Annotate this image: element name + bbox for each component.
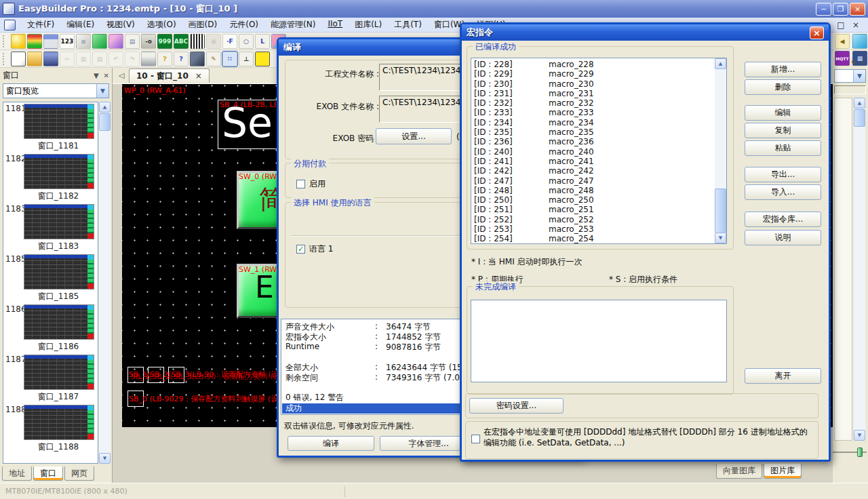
macro-password-button[interactable]: 密码设置... [469, 398, 564, 414]
minimize-button[interactable]: ─ [816, 3, 831, 16]
macro-list-row[interactable]: [ID : 235]macro_235 [471, 127, 715, 137]
macro-help-button[interactable]: 说明 [745, 230, 821, 245]
scroll-thumb[interactable] [854, 109, 865, 127]
panel-close-icon[interactable]: ✕ [860, 60, 865, 66]
save-project-icon[interactable] [43, 52, 58, 66]
slider-knob[interactable] [857, 447, 863, 457]
video-icon[interactable] [852, 34, 867, 49]
mdi-close-button[interactable]: × [850, 20, 861, 30]
menu-item[interactable]: 画图(D) [182, 18, 224, 32]
macro-list-row[interactable]: [ID : 236]macro_236 [471, 137, 715, 146]
window-list-item[interactable]: 1185窗口_1185 [3, 253, 98, 303]
macro-list-row[interactable]: [ID : 253]macro_253 [471, 224, 715, 234]
open-project-icon[interactable] [27, 52, 42, 66]
macro-list-row[interactable]: [ID : 228]macro_228 [471, 60, 715, 69]
toolbar-grip[interactable] [3, 35, 7, 47]
numeric-display-icon[interactable]: 999 [157, 34, 172, 49]
macro-list-row[interactable]: [ID : 229]macro_229 [471, 69, 715, 79]
macro-list-row[interactable]: [ID : 233]macro_233 [471, 108, 715, 117]
macro-list[interactable]: [ID : 228]macro_228[ID : 229]macro_229[I… [471, 58, 727, 244]
find-object-icon[interactable] [190, 52, 205, 66]
menu-item[interactable]: IIoT [321, 18, 349, 32]
macro-list-row[interactable]: [ID : 231]macro_231 [471, 89, 715, 98]
scroll-down-icon[interactable]: ▼ [715, 233, 726, 243]
macro-library-button[interactable]: 宏指令库... [745, 212, 821, 227]
password-set-button[interactable]: 设置... [376, 128, 452, 144]
pending-list[interactable] [471, 300, 727, 382]
align-object-icon[interactable]: ⊥ [239, 52, 254, 66]
rectangle-tool-icon[interactable] [255, 52, 270, 66]
macro-paste-button[interactable]: 粘贴 [745, 140, 821, 156]
scroll-thumb[interactable] [715, 188, 726, 233]
tab-scroll-left-icon[interactable]: ◁ [116, 70, 127, 81]
macro-list-row[interactable]: [ID : 232]macro_232 [471, 98, 715, 108]
window-list-item[interactable]: 1186窗口_1186 [3, 303, 98, 353]
scroll-up-icon[interactable]: ▲ [854, 98, 865, 108]
about-help-icon[interactable]: ? [157, 52, 172, 66]
print-icon[interactable] [141, 52, 156, 66]
layers-icon[interactable]: ≡ [76, 34, 91, 49]
compile-button[interactable]: 编译 [288, 436, 374, 451]
macro-new-button[interactable]: 新增... [745, 62, 821, 77]
macro-list-scrollbar[interactable]: ▲ ▼ [715, 58, 726, 243]
scroll-down-icon[interactable]: ▼ [854, 430, 865, 441]
macro-exit-button[interactable]: 离开 [745, 368, 821, 384]
macro-import-button[interactable]: 导入... [745, 184, 821, 200]
function-key-icon[interactable]: ·F [222, 34, 237, 49]
address-format-checkbox[interactable] [471, 435, 480, 443]
menu-item[interactable]: 元件(O) [223, 18, 264, 32]
draw-pen-icon[interactable]: ✎ [206, 52, 221, 66]
macro-list-row[interactable]: [ID : 242]macro_242 [471, 166, 715, 176]
panel-close-icon[interactable]: ✕ [104, 72, 109, 79]
window-list-item[interactable]: 1182窗口_1182 [3, 153, 98, 203]
scroll-thumb[interactable] [99, 113, 111, 131]
sound-icon[interactable]: ◀ [835, 34, 850, 49]
menu-item[interactable]: 工具(T) [388, 18, 428, 32]
macro-list-row[interactable]: [ID : 251]macro_251 [471, 205, 715, 214]
menu-item[interactable]: 图库(L) [349, 18, 388, 32]
menu-item[interactable]: 视图(V) [100, 18, 141, 32]
switch-object-icon[interactable]: -o [141, 34, 156, 49]
panel-menu-icon[interactable]: ▼ [94, 72, 99, 79]
library-scrollbar[interactable]: ▲ ▼ [854, 98, 865, 441]
chevron-down-icon[interactable]: ▼ [96, 84, 108, 98]
scroll-up-icon[interactable]: ▲ [715, 58, 726, 69]
macro-list-row[interactable]: [ID : 234]macro_234 [471, 118, 715, 127]
scroll-up-icon[interactable]: ▲ [99, 102, 111, 113]
close-button[interactable]: × [850, 3, 865, 16]
scheduler-clock-icon[interactable]: ○ [239, 34, 254, 49]
grid-toggle-icon[interactable]: ∷ [222, 52, 237, 66]
macro-edit-button[interactable]: 编辑 [745, 105, 821, 121]
macro-list-row[interactable]: [ID : 248]macro_248 [471, 186, 715, 195]
window-list-item[interactable]: 1188窗口_1188 [3, 403, 98, 454]
chevron-down-icon[interactable]: ▼ [853, 70, 865, 82]
menu-item[interactable]: 文件(F) [21, 18, 60, 32]
library-select[interactable]: ▼ [834, 69, 866, 83]
data-sampling-icon[interactable]: L [255, 34, 270, 49]
menu-item[interactable]: 编辑(E) [60, 18, 100, 32]
close-icon[interactable]: × [810, 26, 824, 39]
macro-export-button[interactable]: 导出... [745, 167, 821, 182]
picture-object-icon[interactable] [108, 34, 123, 49]
enable-checkbox[interactable] [296, 180, 305, 188]
zoom-slider[interactable] [833, 447, 867, 457]
macro-list-row[interactable]: [ID : 250]macro_250 [471, 195, 715, 205]
macro-dialog-titlebar[interactable]: 宏指令 × [462, 24, 829, 41]
mdi-restore-button[interactable]: □ [835, 20, 846, 30]
context-help-icon[interactable]: ? [174, 52, 189, 66]
address-tag-icon[interactable]: ▤ [125, 34, 140, 49]
window-list-item[interactable]: 1181窗口_1181 [3, 102, 98, 153]
scroll-down-icon[interactable]: ▼ [99, 453, 111, 464]
numeric-123-icon[interactable]: 123 [60, 34, 75, 49]
tab-向量图库[interactable]: 向量图库 [716, 464, 762, 479]
macro-list-row[interactable]: [ID : 247]macro_247 [471, 176, 715, 186]
macro-list-row[interactable]: [ID : 240]macro_240 [471, 147, 715, 157]
ascii-display-icon[interactable]: ABC [174, 34, 189, 49]
window-view-select[interactable]: 窗口预览 ▼ [3, 83, 109, 98]
panel-menu-icon[interactable]: ▼ [852, 60, 856, 66]
tab-地址[interactable]: 地址 [2, 466, 32, 481]
tab-window-10[interactable]: 10 - 窗口_10 × [129, 68, 210, 83]
hmi-attribute-icon[interactable] [43, 34, 58, 49]
macro-delete-button[interactable]: 删除 [745, 79, 821, 95]
traffic-light-icon[interactable] [27, 34, 42, 49]
